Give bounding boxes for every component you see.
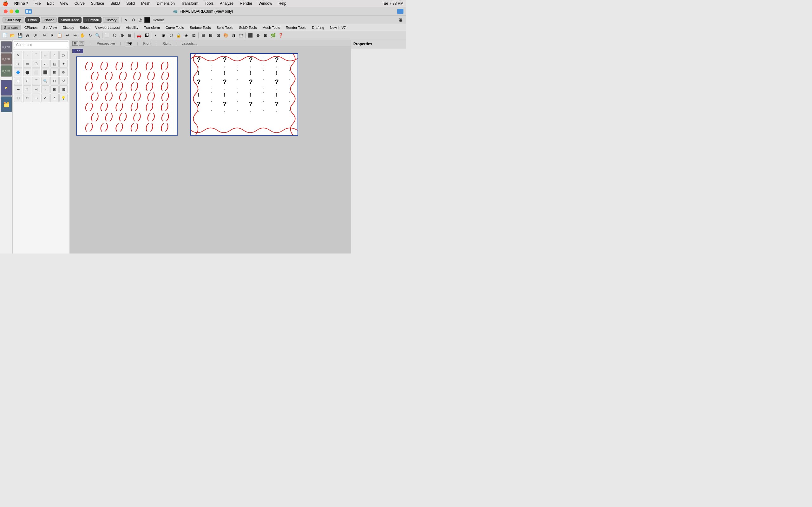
tab-drafting[interactable]: Drafting [310, 25, 327, 30]
vp-tab-front[interactable]: Front [143, 41, 151, 46]
blend-tool[interactable]: ⊸ [14, 85, 22, 94]
view-menu[interactable]: View [59, 1, 69, 6]
trim-tool[interactable]: ✂ [23, 94, 32, 102]
open-file-icon[interactable]: 📂 [9, 32, 16, 39]
tab-mesh-tools[interactable]: Mesh Tools [260, 25, 282, 30]
right-sidebar-toggle[interactable] [397, 9, 403, 14]
apple-menu[interactable]: 🍎 [3, 1, 8, 6]
array-tool[interactable]: ⊞ [50, 85, 59, 94]
viewport-single-icon[interactable]: □ [79, 41, 84, 46]
corner-tool[interactable]: ⌐ [41, 60, 49, 68]
zoom-extents-icon[interactable]: ⊞ [126, 32, 133, 39]
vp-tab-layouts[interactable]: Layouts... [182, 41, 197, 46]
tools-menu[interactable]: Tools [203, 1, 215, 6]
point-tool[interactable]: · [23, 51, 32, 59]
thumbnail-1[interactable]: G_2707 [1, 41, 12, 53]
vp-tab-right[interactable]: Right [162, 41, 171, 46]
tab-standard[interactable]: Standard [1, 25, 21, 30]
tab-setview[interactable]: Set View [41, 25, 59, 30]
network-tool[interactable]: ⊙ [50, 77, 59, 85]
pan-icon[interactable]: ✋ [79, 32, 86, 39]
search-tool[interactable]: 🔍 [41, 77, 49, 85]
boolean-tool[interactable]: ⊕ [23, 77, 32, 85]
thumbnail-4[interactable]: 📁 [1, 80, 12, 96]
color-swatch[interactable] [144, 17, 150, 23]
record-icon[interactable]: ◎ [137, 17, 143, 23]
app-name-menu[interactable]: Rhino 7 [13, 1, 30, 6]
maximize-button[interactable] [15, 9, 19, 13]
lock-icon[interactable]: 🔒 [175, 32, 182, 39]
render-menu[interactable]: Render [239, 1, 253, 6]
split-tool[interactable]: ⊸ [32, 94, 40, 102]
window-menu[interactable]: Window [257, 1, 273, 6]
extrude-tool[interactable]: ⬜ [32, 68, 40, 76]
analyze-menu[interactable]: Analyze [218, 1, 235, 6]
close-button[interactable] [4, 9, 8, 13]
box-tool[interactable]: 🔷 [14, 68, 22, 76]
save-icon[interactable]: 💾 [16, 32, 23, 39]
left-sidebar-toggle[interactable] [26, 9, 32, 14]
rect-sel[interactable]: ▭ [23, 60, 32, 68]
gear-tool[interactable]: ⚙ [59, 68, 67, 76]
tab-new-v7[interactable]: New in V7 [327, 25, 348, 30]
cage-tool[interactable]: ⊠ [59, 85, 67, 94]
new-file-icon[interactable]: 📄 [1, 32, 8, 39]
subd-menu[interactable]: SubD [109, 1, 121, 6]
sphere-tool[interactable]: ⬤ [23, 68, 32, 76]
select-tool[interactable]: ↖ [14, 51, 22, 59]
file-menu[interactable]: File [33, 1, 42, 6]
help-menu[interactable]: Help [277, 1, 288, 6]
tab-visibility[interactable]: Visibility [123, 25, 141, 30]
tab-render-tools[interactable]: Render Tools [283, 25, 309, 30]
points-icon[interactable]: • [152, 32, 159, 39]
viewport[interactable]: Top ( ) ( ) ( ) ( ) ( ) ( ) ( ) ( ) [70, 47, 351, 253]
tab-solid-tools[interactable]: Solid Tools [214, 25, 236, 30]
lasso-select-icon[interactable]: ⬡ [111, 32, 118, 39]
mesh-menu[interactable]: Mesh [140, 1, 152, 6]
block-icon[interactable]: ⬛ [247, 32, 254, 39]
group-icon[interactable]: ⊟ [200, 32, 206, 39]
angle-tool[interactable]: ∠ [50, 94, 59, 102]
edit-menu[interactable]: Edit [46, 1, 55, 6]
star-tool[interactable]: ✦ [59, 60, 67, 68]
tab-transform[interactable]: Transform [142, 25, 162, 30]
tab-cplanes[interactable]: CPlanes [22, 25, 40, 30]
camera-icon[interactable]: ⊙ [131, 17, 136, 23]
zoom-window-icon[interactable]: ⊕ [119, 32, 125, 39]
arc-tool[interactable]: ↺ [59, 77, 67, 85]
rotate-icon[interactable]: ↻ [87, 32, 94, 39]
viewport-grid-icon[interactable]: ⊞ [72, 41, 78, 46]
check-tool[interactable]: ✓ [41, 94, 49, 102]
filter-icon[interactable]: ⛛ [123, 17, 129, 23]
surface-tool[interactable]: ⊟ [50, 68, 59, 76]
layout-toggle-icon[interactable]: ▦ [398, 17, 403, 23]
tab-surface-tools[interactable]: Surface Tools [187, 25, 213, 30]
dimension-menu[interactable]: Dimension [155, 1, 176, 6]
minimize-button[interactable] [9, 9, 13, 13]
curve-menu[interactable]: Curve [73, 1, 86, 6]
command-input[interactable] [14, 41, 68, 48]
shaded-icon[interactable]: 🚗 [136, 32, 142, 39]
tab-subd-tools[interactable]: SubD Tools [236, 25, 259, 30]
play-tool[interactable]: ▷ [14, 60, 22, 68]
transform2-icon[interactable]: ⊞ [262, 32, 269, 39]
tab-viewport-layout[interactable]: Viewport Layout [93, 25, 123, 30]
hatch-tool[interactable]: ▤ [50, 60, 59, 68]
color-icon[interactable]: 🎨 [222, 32, 229, 39]
loop-sel[interactable]: ⬡ [32, 60, 40, 68]
tab-display[interactable]: Display [60, 25, 77, 30]
snap-to-mesh-icon[interactable]: ⬡ [167, 32, 174, 39]
light-tool[interactable]: 💡 [59, 94, 67, 102]
zebra-icon[interactable]: ⬚ [238, 32, 245, 39]
window-select-icon[interactable]: ⬜ [103, 32, 110, 39]
grasshopper-icon[interactable]: 🌿 [270, 32, 276, 39]
thumbnail-5[interactable]: 🗂️ [1, 96, 12, 112]
redo-icon[interactable]: ↪ [71, 32, 78, 39]
undo-icon[interactable]: ↩ [64, 32, 71, 39]
snap-proj-icon[interactable]: ◉ [160, 32, 167, 39]
circle-tool[interactable]: ○ [50, 51, 59, 59]
tab-select[interactable]: Select [78, 25, 92, 30]
help-icon[interactable]: ❓ [277, 32, 284, 39]
offset-crv[interactable]: ⊣ [32, 85, 40, 94]
worksession-icon[interactable]: ⊕ [254, 32, 261, 39]
